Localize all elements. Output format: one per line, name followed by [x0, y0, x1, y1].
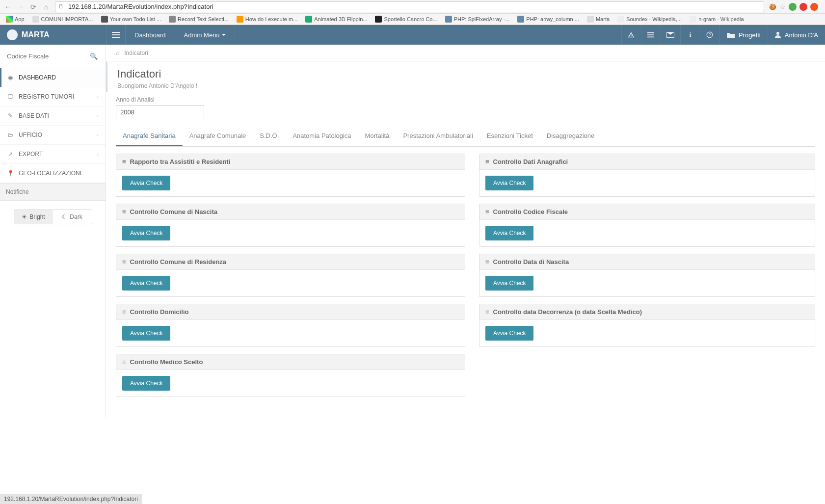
svg-text:?: ? — [709, 33, 711, 37]
moon-icon: ☾ — [62, 213, 67, 220]
tab-anatomia-patologica[interactable]: Anatomia Patologica — [286, 126, 358, 146]
nav-info-icon[interactable]: i — [680, 25, 700, 45]
cookie-icon[interactable]: 🍪 — [769, 3, 776, 10]
sidebar-toggle[interactable] — [106, 25, 126, 45]
bookmark-item[interactable]: Animated 3D Flippin... — [302, 15, 370, 24]
desktop-icon: 🖵 — [7, 93, 14, 100]
bookmark-item[interactable]: Sportello Cancro Co... — [372, 15, 440, 24]
sidebar-item-dashboard[interactable]: ◉ DASHBOARD — [0, 68, 106, 87]
list-icon: ≡ — [485, 158, 489, 165]
browser-toolbar: ← → ⟳ ⌂ 🗋 192.168.1.20/MartaREvolution/i… — [0, 0, 825, 14]
ext-orange-icon[interactable] — [810, 3, 818, 11]
year-label: Anno di Analisi — [116, 96, 815, 103]
chevron-left-icon: ‹ — [97, 133, 99, 138]
avvia-check-button[interactable]: Avvia Check — [485, 226, 533, 240]
tab-mortalita[interactable]: Mortalità — [358, 126, 397, 146]
avvia-check-button[interactable]: Avvia Check — [122, 376, 170, 391]
edit-icon: ✎ — [7, 112, 14, 119]
sidebar-item-export[interactable]: ↗ EXPORT ‹ — [0, 145, 106, 164]
theme-bright-button[interactable]: ☀ Bright — [14, 210, 53, 224]
bookmark-item[interactable]: Your own Todo List ... — [98, 15, 164, 24]
bookmark-item[interactable]: PHP: array_column ... — [514, 15, 582, 24]
nav-help-icon[interactable]: ? — [700, 25, 719, 45]
search-icon[interactable]: 🔍 — [90, 53, 98, 60]
sidebar-item-registro-tumori[interactable]: 🖵 REGISTRO TUMORI ‹ — [0, 87, 106, 106]
tab-disaggregazione[interactable]: Disaggregazione — [540, 126, 602, 146]
list-icon: ≡ — [122, 258, 126, 265]
folder-open-icon: 🗁 — [7, 132, 14, 138]
avvia-check-button[interactable]: Avvia Check — [122, 326, 170, 341]
bookmark-item[interactable]: PHP: SplFixedArray -... — [442, 15, 513, 24]
chevron-left-icon: ‹ — [97, 113, 99, 119]
list-icon: ≡ — [122, 358, 126, 366]
brand[interactable]: MARTA — [0, 29, 106, 40]
sidebar-item-geo[interactable]: 📍 GEO-LOCALIZZAZIONE — [0, 164, 106, 183]
bookmark-item[interactable]: n-gram - Wikipedia — [687, 15, 746, 24]
theme-dark-button[interactable]: ☾ Dark — [53, 210, 92, 224]
dashboard-icon: ◉ — [7, 74, 14, 81]
nav-mail-icon[interactable] — [661, 25, 680, 45]
bookmark-item[interactable]: Soundex - Wikipedia,... — [614, 15, 685, 24]
list-icon: ≡ — [485, 208, 489, 215]
sidebar-item-ufficio[interactable]: 🗁 UFFICIO ‹ — [0, 126, 106, 145]
nav-progetti[interactable]: Progetti — [719, 25, 768, 45]
avvia-check-button[interactable]: Avvia Check — [122, 276, 170, 291]
cards-left-column: ≡Rapporto tra Assistiti e Residenti Avvi… — [116, 154, 465, 397]
bookmark-item[interactable]: COMUNI IMPORTA... — [29, 15, 96, 24]
url-bar[interactable]: 🗋 192.168.1.20/MartaREvolution/index.php… — [55, 1, 764, 12]
sidebar-section-notifiche: Notifiche — [0, 183, 106, 201]
year-input[interactable] — [116, 105, 204, 119]
tab-sdo[interactable]: S.D.O. — [253, 126, 286, 146]
avvia-check-button[interactable]: Avvia Check — [485, 276, 533, 291]
avvia-check-button[interactable]: Avvia Check — [485, 326, 533, 341]
card-codice-fiscale: ≡Controllo Codice Fiscale Avvia Check — [479, 204, 815, 247]
bookmark-item[interactable]: How do I execute m... — [234, 15, 300, 24]
list-icon: ≡ — [122, 158, 126, 165]
sidebar: 🔍 ◉ DASHBOARD 🖵 REGISTRO TUMORI ‹ ✎ BASE… — [0, 45, 106, 418]
nav-warning-icon[interactable] — [621, 25, 641, 45]
list-icon: ≡ — [122, 308, 126, 316]
brand-logo-icon — [7, 29, 18, 40]
list-icon: ≡ — [485, 258, 489, 265]
bookmarks-bar: App COMUNI IMPORTA... Your own Todo List… — [0, 14, 825, 25]
nav-admin-menu[interactable]: Admin Menu — [175, 25, 235, 45]
breadcrumb-home-icon[interactable]: ⌂ — [116, 50, 119, 56]
folder-icon — [727, 32, 735, 38]
avvia-check-button[interactable]: Avvia Check — [122, 176, 170, 190]
search-input[interactable] — [6, 50, 100, 63]
apps-button[interactable]: App — [3, 15, 27, 24]
ext-red-icon[interactable] — [799, 3, 807, 11]
nav-user[interactable]: Antonio D'A — [768, 25, 825, 45]
page-icon: 🗋 — [58, 3, 65, 10]
brand-text: MARTA — [22, 30, 50, 39]
tab-anagrafe-comunale[interactable]: Anagrafe Comunale — [183, 126, 253, 146]
nav-list-icon[interactable] — [641, 25, 661, 45]
ext-green-icon[interactable] — [789, 3, 797, 11]
app-header: MARTA Dashboard Admin Menu i ? Progetti … — [0, 25, 825, 45]
bookmark-item[interactable]: Marta — [584, 15, 612, 24]
nav-dashboard[interactable]: Dashboard — [126, 25, 175, 45]
bookmark-item[interactable]: Record Text Selecti... — [166, 15, 232, 24]
sidebar-item-base-dati[interactable]: ✎ BASE DATI ‹ — [0, 106, 106, 126]
list-icon: ≡ — [485, 308, 489, 316]
avvia-check-button[interactable]: Avvia Check — [122, 226, 170, 240]
tab-esenzioni[interactable]: Esenzioni Ticket — [480, 126, 540, 146]
forward-button[interactable]: → — [17, 3, 25, 11]
card-rapporto-assistiti: ≡Rapporto tra Assistiti e Residenti Avvi… — [116, 154, 465, 197]
back-button[interactable]: ← — [4, 3, 12, 11]
theme-toggle: ☀ Bright ☾ Dark — [14, 210, 92, 224]
reload-button[interactable]: ⟳ — [29, 3, 37, 11]
card-comune-nascita: ≡Controllo Comune di Nascita Avvia Check — [116, 204, 465, 247]
card-medico-scelto: ≡Controllo Medico Scelto Avvia Check — [116, 354, 465, 397]
tab-anagrafe-sanitaria[interactable]: Anagrafe Sanitaria — [116, 126, 183, 146]
breadcrumb-current: Indicatori — [124, 50, 148, 56]
star-icon[interactable]: ☆ — [779, 3, 786, 11]
share-icon: ↗ — [7, 151, 14, 158]
chevron-left-icon: ‹ — [97, 94, 99, 100]
breadcrumb: ⌂ Indicatori — [106, 45, 825, 62]
tab-prestazioni[interactable]: Prestazioni Ambulatoriali — [396, 126, 479, 146]
avvia-check-button[interactable]: Avvia Check — [485, 176, 533, 190]
sun-icon: ☀ — [22, 213, 27, 220]
extensions: 🍪 ☆ — [769, 3, 821, 11]
home-button[interactable]: ⌂ — [42, 3, 50, 11]
